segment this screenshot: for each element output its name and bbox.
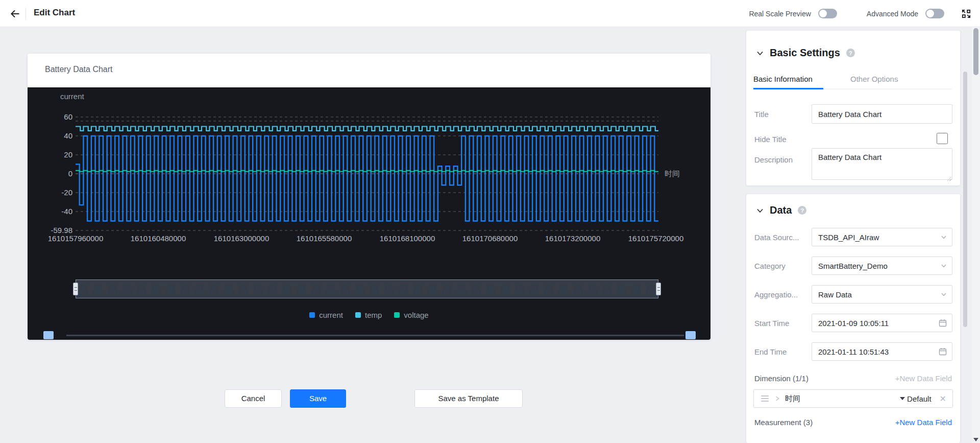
- description-label: Description: [754, 155, 793, 164]
- x-tick: 1610165580000: [297, 234, 352, 243]
- y-tick: 60: [36, 112, 72, 122]
- y-tick: 20: [36, 150, 72, 159]
- top-header: Edit Chart Real Scale Preview Advanced M…: [0, 0, 980, 27]
- data-panel: Data ? Data Sourc... TSDB_API_AIraw Cate…: [746, 194, 960, 443]
- advanced-mode-label: Advanced Mode: [867, 10, 918, 18]
- active-tab-indicator: [753, 88, 823, 89]
- x-tick: 1610168100000: [380, 234, 435, 243]
- measurement-label: Measurement (3): [754, 418, 813, 427]
- drag-handle-icon[interactable]: [761, 398, 769, 399]
- datazoom-right-handle[interactable]: [656, 283, 661, 295]
- x-tick: 1610157960000: [48, 234, 103, 243]
- collapse-chevron-icon[interactable]: [756, 50, 764, 56]
- chart-card-title: Battery Data Chart: [45, 65, 113, 74]
- chevron-right-icon[interactable]: [775, 395, 780, 402]
- hide-title-label: Hide Title: [754, 135, 787, 144]
- category-label: Category: [754, 262, 786, 270]
- hscroll-track[interactable]: [66, 335, 684, 336]
- chart-canvas[interactable]: current 60 40 20 0 -20 -40 -59.98 时间 161…: [28, 87, 710, 340]
- datazoom-slider[interactable]: [76, 279, 658, 298]
- start-time-picker[interactable]: 2021-01-09 10:05:11: [812, 314, 952, 332]
- data-source-select[interactable]: TSDB_API_AIraw: [812, 228, 952, 246]
- data-source-label: Data Sourc...: [754, 233, 799, 242]
- remove-icon[interactable]: ✕: [940, 394, 946, 404]
- legend-swatch-voltage: [394, 312, 400, 318]
- header-divider: [26, 8, 26, 20]
- collapse-chevron-icon[interactable]: [756, 207, 764, 214]
- chevron-down-icon: [941, 234, 947, 240]
- hscroll-right-handle[interactable]: [685, 331, 696, 339]
- legend-item-temp[interactable]: temp: [355, 311, 382, 319]
- chart-preview-card: Battery Data Chart current 60 40 20 0 -2…: [28, 54, 710, 340]
- y-axis-name: current: [60, 92, 84, 101]
- datazoom-minimap: [76, 280, 658, 298]
- y-tick: -40: [36, 207, 72, 216]
- page-scrollbar-thumb[interactable]: [973, 28, 978, 75]
- x-tick: 1610170680000: [462, 234, 518, 243]
- calendar-icon: [939, 347, 947, 356]
- y-tick: 40: [36, 131, 72, 141]
- cancel-button[interactable]: Cancel: [225, 389, 282, 408]
- end-time-picker[interactable]: 2021-01-11 10:51:43: [812, 342, 952, 361]
- calendar-icon: [939, 319, 947, 327]
- save-button[interactable]: Save: [290, 389, 346, 408]
- x-tick: 1610173200000: [545, 234, 600, 243]
- real-scale-preview-toggle[interactable]: [818, 9, 837, 18]
- description-textarea[interactable]: Battery Data Chart: [812, 148, 952, 180]
- caret-down-icon: [900, 397, 905, 400]
- chart-legend: current temp voltage: [28, 311, 710, 319]
- category-select[interactable]: SmartBattery_Demo: [812, 257, 952, 275]
- dimension-field-name: 时间: [785, 394, 900, 404]
- start-time-label: Start Time: [754, 319, 789, 328]
- legend-swatch-current: [309, 312, 315, 318]
- hide-title-checkbox[interactable]: [937, 133, 948, 144]
- x-tick: 1610175720000: [628, 234, 683, 243]
- chevron-down-icon: [941, 291, 947, 297]
- basic-settings-title: Basic Settings: [770, 47, 840, 59]
- save-as-template-button[interactable]: Save as Template: [414, 389, 523, 408]
- scroll-down-arrow-icon[interactable]: [973, 438, 978, 441]
- chevron-down-icon: [941, 263, 947, 269]
- legend-swatch-temp: [355, 312, 361, 318]
- line-chart-plot: [76, 108, 658, 241]
- legend-item-voltage[interactable]: voltage: [394, 311, 428, 319]
- legend-item-current[interactable]: current: [309, 311, 343, 319]
- tab-other-options[interactable]: Other Options: [850, 75, 898, 83]
- end-time-label: End Time: [754, 347, 787, 356]
- hscroll-left-handle[interactable]: [43, 331, 54, 339]
- tab-basic-information[interactable]: Basic Information: [753, 75, 813, 83]
- x-tick: 1610163000000: [214, 234, 269, 243]
- dimension-new-data-field[interactable]: +New Data Field: [895, 374, 952, 383]
- help-icon[interactable]: ?: [846, 49, 855, 57]
- advanced-mode-toggle[interactable]: [925, 9, 944, 18]
- dimension-default-dropdown[interactable]: Default: [900, 394, 932, 403]
- aggregation-label: Aggregatio...: [754, 290, 798, 299]
- page-title: Edit Chart: [34, 8, 75, 18]
- page-scrollbar[interactable]: [972, 27, 980, 443]
- y-tick: 0: [36, 169, 72, 178]
- fullscreen-icon[interactable]: [961, 8, 972, 19]
- x-axis-name: 时间: [665, 169, 680, 179]
- real-scale-preview-label: Real Scale Preview: [749, 10, 811, 18]
- sidebar-scrollbar-thumb[interactable]: [963, 72, 967, 327]
- aggregation-select[interactable]: Raw Data: [812, 285, 952, 304]
- dimension-item[interactable]: 时间 Default ✕: [753, 389, 953, 408]
- help-icon[interactable]: ?: [798, 206, 806, 215]
- title-field-label: Title: [754, 110, 769, 119]
- dimension-label: Dimension (1/1): [754, 374, 808, 383]
- back-icon[interactable]: [9, 8, 20, 19]
- title-input[interactable]: [812, 104, 952, 124]
- data-section-title: Data: [770, 204, 792, 216]
- datazoom-left-handle[interactable]: [73, 283, 78, 295]
- y-tick: -20: [36, 188, 72, 197]
- measurement-new-data-field[interactable]: +New Data Field: [895, 418, 952, 427]
- x-tick: 1610160480000: [131, 234, 186, 243]
- basic-settings-panel: Basic Settings ? Basic Information Other…: [746, 31, 960, 185]
